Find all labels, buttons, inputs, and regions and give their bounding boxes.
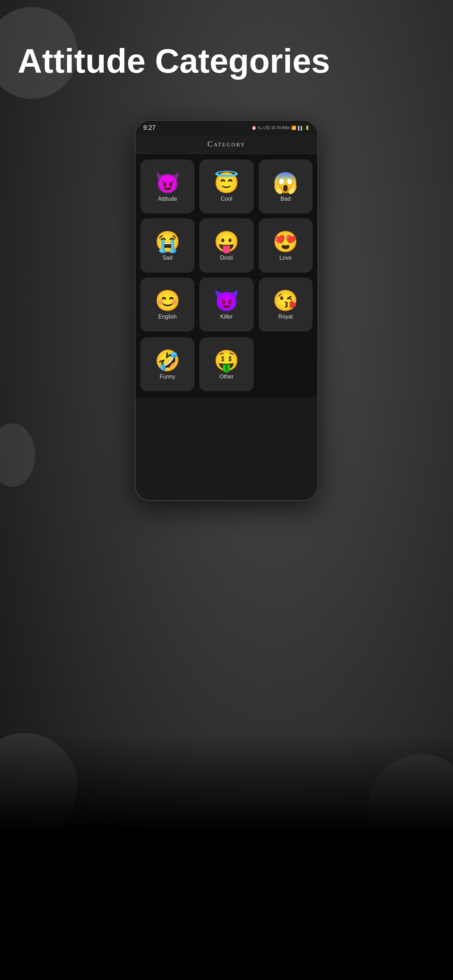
attitude-label: Attitude [158, 196, 177, 202]
page-title: Attitude Categories [17, 42, 330, 80]
royal-label: Royal [278, 313, 293, 320]
app-header-title: Category [207, 139, 246, 148]
funny-emoji: 🤣 [155, 350, 180, 371]
attitude-emoji: 😈 [155, 172, 180, 193]
cool-label: Cool [221, 196, 232, 202]
category-bad[interactable]: 😱 Bad [259, 159, 313, 213]
wifi-icon: 📶 [291, 126, 296, 130]
funny-label: Funny [159, 374, 175, 380]
sad-label: Sad [162, 255, 172, 261]
categories-grid: 😈 Attitude 😇 Cool 😱 Bad 😭 Sad 😛 Dosti 😍 … [135, 154, 318, 337]
signal-icon: ▌▌ [298, 126, 304, 130]
alarm-icon: ⏰ [251, 126, 256, 130]
killer-emoji: 😈 [214, 290, 239, 311]
status-bar: 9:27 ⏰ Vₒ LTE 15.74 KB/s 📶 ▌▌ 🔋 [135, 121, 318, 135]
category-killer[interactable]: 😈 Killer [199, 278, 253, 332]
dosti-emoji: 😛 [214, 231, 239, 252]
english-label: English [158, 313, 176, 320]
category-attitude[interactable]: 😈 Attitude [140, 159, 194, 213]
other-emoji: 🤑 [214, 350, 239, 371]
sad-emoji: 😭 [155, 231, 180, 252]
category-dosti[interactable]: 😛 Dosti [199, 218, 253, 272]
category-sad[interactable]: 😭 Sad [140, 218, 194, 272]
phone-mockup: 9:27 ⏰ Vₒ LTE 15.74 KB/s 📶 ▌▌ 🔋 Category… [135, 120, 318, 501]
category-cool[interactable]: 😇 Cool [199, 159, 253, 213]
status-time: 9:27 [143, 124, 156, 132]
cool-emoji: 😇 [214, 172, 239, 193]
category-english[interactable]: 😊 English [140, 278, 194, 332]
battery-icon: 🔋 [305, 126, 310, 130]
status-icons: ⏰ Vₒ LTE 15.74 KB/s 📶 ▌▌ 🔋 [251, 126, 310, 130]
killer-label: Killer [220, 313, 233, 320]
category-funny[interactable]: 🤣 Funny [140, 337, 194, 391]
english-emoji: 😊 [155, 290, 180, 311]
last-row: 🤣 Funny 🤑 Other [135, 337, 318, 397]
category-royal[interactable]: 😘 Royal [259, 278, 313, 332]
category-love[interactable]: 😍 Love [259, 218, 313, 272]
love-emoji: 😍 [273, 231, 298, 252]
dosti-label: Dosti [220, 255, 233, 261]
love-label: Love [280, 255, 292, 261]
bottom-fade [0, 733, 453, 980]
network-info: Vₒ LTE 15.74 KB/s [258, 126, 290, 130]
royal-emoji: 😘 [273, 290, 298, 311]
bad-emoji: 😱 [273, 172, 298, 193]
app-header: Category [135, 135, 318, 154]
other-label: Other [219, 374, 234, 380]
bad-label: Bad [280, 196, 290, 202]
category-other[interactable]: 🤑 Other [199, 337, 253, 391]
